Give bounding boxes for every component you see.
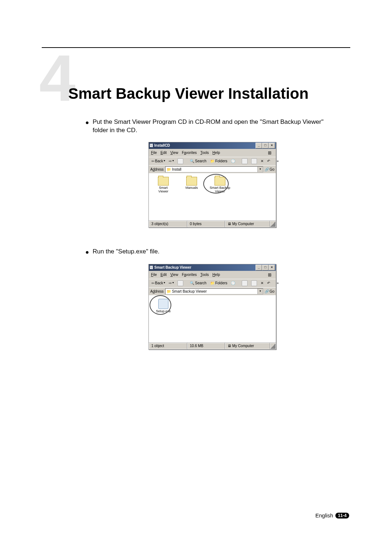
bullet-2: ● Run the "Setup.exe" file. xyxy=(85,248,339,257)
menu-tools[interactable]: Tools xyxy=(200,272,209,277)
page-number-badge: 11-4 xyxy=(335,513,349,518)
menubar: File Edit View Favorites Tools Help ⊞ xyxy=(149,271,276,279)
folder-manuals[interactable]: Manuals xyxy=(181,177,203,190)
undo-icon[interactable]: ↶ xyxy=(266,158,271,164)
chapter-title: Smart Backup Viewer Installation xyxy=(68,85,309,102)
page-rule xyxy=(42,47,350,48)
move-to-icon[interactable] xyxy=(241,158,249,164)
menu-file[interactable]: FFileile xyxy=(151,150,157,155)
close-button[interactable]: × xyxy=(269,265,275,270)
bullet-2-text: Run the "Setup.exe" file. xyxy=(93,248,159,257)
resize-grip-icon[interactable] xyxy=(270,343,276,349)
menu-view[interactable]: View xyxy=(170,272,178,277)
windows-logo-icon: ⊞ xyxy=(266,272,274,278)
address-value: Install xyxy=(172,167,181,172)
undo-icon[interactable]: ↶ xyxy=(266,280,271,286)
screenshot-2: 🖼 Smart Backup Viewer _ □ × File Edit Vi… xyxy=(85,264,339,350)
address-label: Address xyxy=(150,289,164,294)
status-left: 1 object xyxy=(149,343,187,349)
bullet-1: ● Put the Smart Viewer Program CD in CD-… xyxy=(85,118,339,135)
minimize-button[interactable]: _ xyxy=(256,143,262,149)
window-title: InstallCD xyxy=(154,143,170,148)
status-right: 🖥 My Computer xyxy=(225,343,270,349)
minimize-button[interactable]: _ xyxy=(256,265,262,270)
up-button[interactable] xyxy=(176,280,184,286)
status-right: 🖥 My Computer xyxy=(225,221,270,227)
up-button[interactable] xyxy=(176,158,184,164)
folder-icon: 📁 xyxy=(167,167,171,172)
folder-smart-viewer[interactable]: Smart Viewer xyxy=(152,177,174,194)
bullet-1-text: Put the Smart Viewer Program CD in CD-RO… xyxy=(93,118,339,135)
history-button[interactable]: 🕘 xyxy=(230,158,236,164)
bullet-dot-icon: ● xyxy=(85,248,89,257)
delete-icon[interactable]: ✕ xyxy=(260,158,265,164)
page-footer: English 11-4 xyxy=(315,512,349,518)
address-dropdown[interactable]: ▾ xyxy=(257,289,263,294)
search-button[interactable]: 🔍 Search xyxy=(189,280,208,286)
explorer-window-2: 🖼 Smart Backup Viewer _ □ × File Edit Vi… xyxy=(148,264,276,350)
copy-to-icon[interactable] xyxy=(250,280,258,286)
client-area: Smart Viewer Manuals Smart Backup Viewer xyxy=(149,173,276,220)
menu-tools[interactable]: Tools xyxy=(200,150,209,155)
search-button[interactable]: 🔍 Search xyxy=(189,158,208,164)
footer-language: English xyxy=(315,512,333,518)
maximize-button[interactable]: □ xyxy=(262,265,269,270)
statusbar: 1 object 10.6 MB 🖥 My Computer xyxy=(149,342,276,349)
bullet-dot-icon: ● xyxy=(85,118,89,135)
address-value: Smart Backup Viewer xyxy=(172,289,207,294)
client-area: Setup.exe xyxy=(149,295,276,342)
status-left: 3 object(s) xyxy=(149,221,187,227)
titlebar: 🖼 Smart Backup Viewer _ □ × xyxy=(149,264,276,271)
close-button[interactable]: × xyxy=(269,143,275,149)
toolbar: ⇦ Back ▾ ⇨ ▾ 🔍 Search 📁 Folders 🕘 ✕ ↶ » xyxy=(149,157,276,165)
address-label: Address xyxy=(150,167,164,172)
menubar: FFileile Edit View Favorites Tools Help … xyxy=(149,149,276,157)
delete-icon[interactable]: ✕ xyxy=(260,280,265,286)
content-area: ● Put the Smart Viewer Program CD in CD-… xyxy=(85,118,339,370)
forward-button[interactable]: ⇨ ▾ xyxy=(168,158,175,164)
more-button[interactable]: » xyxy=(275,280,280,286)
menu-help[interactable]: Help xyxy=(212,150,220,155)
folders-button[interactable]: 📁 Folders xyxy=(209,158,228,164)
back-button[interactable]: ⇦ Back ▾ xyxy=(150,158,166,164)
address-field[interactable]: 📁 Install ▾ xyxy=(165,166,263,173)
explorer-window-1: 🖼 InstallCD _ □ × FFileile Edit View Fav… xyxy=(148,142,276,228)
history-button[interactable]: 🕘 xyxy=(230,280,236,286)
toolbar: ⇦ Back ▾ ⇨ ▾ 🔍 Search 📁 Folders 🕘 ✕ ↶ » xyxy=(149,279,276,287)
go-button[interactable]: 🔗 Go xyxy=(265,167,274,172)
maximize-button[interactable]: □ xyxy=(262,143,269,149)
address-dropdown[interactable]: ▾ xyxy=(257,167,263,172)
menu-edit[interactable]: Edit xyxy=(160,150,167,155)
resize-grip-icon[interactable] xyxy=(270,221,276,227)
addressbar: Address 📁 Smart Backup Viewer ▾ 🔗 Go xyxy=(149,287,276,296)
folder-icon: 📁 xyxy=(167,289,171,294)
forward-button[interactable]: ⇨ ▾ xyxy=(168,280,175,286)
menu-favorites[interactable]: Favorites xyxy=(182,150,197,155)
copy-to-icon[interactable] xyxy=(250,158,258,164)
windows-logo-icon: ⊞ xyxy=(266,150,274,156)
move-to-icon[interactable] xyxy=(241,280,249,286)
folder-smart-backup-viewer[interactable]: Smart Backup Viewer xyxy=(209,177,231,194)
address-field[interactable]: 📁 Smart Backup Viewer ▾ xyxy=(165,288,263,295)
menu-file[interactable]: File xyxy=(151,272,157,277)
status-mid: 10.6 MB xyxy=(187,343,225,349)
window-icon: 🖼 xyxy=(150,265,153,270)
file-setup-exe[interactable]: Setup.exe xyxy=(152,299,174,313)
menu-favorites[interactable]: Favorites xyxy=(182,272,197,277)
back-button[interactable]: ⇦ Back ▾ xyxy=(150,280,166,286)
menu-edit[interactable]: Edit xyxy=(160,272,167,277)
folders-button[interactable]: 📁 Folders xyxy=(209,280,228,286)
window-icon: 🖼 xyxy=(150,143,153,148)
more-button[interactable]: » xyxy=(275,158,280,164)
addressbar: Address 📁 Install ▾ 🔗 Go xyxy=(149,165,276,174)
menu-view[interactable]: View xyxy=(170,150,178,155)
screenshot-1: 🖼 InstallCD _ □ × FFileile Edit View Fav… xyxy=(85,142,339,228)
status-mid: 0 bytes xyxy=(187,221,225,227)
window-title: Smart Backup Viewer xyxy=(154,265,191,270)
go-button[interactable]: 🔗 Go xyxy=(265,289,274,294)
titlebar: 🖼 InstallCD _ □ × xyxy=(149,142,276,149)
statusbar: 3 object(s) 0 bytes 🖥 My Computer xyxy=(149,220,276,227)
menu-help[interactable]: Help xyxy=(212,272,220,277)
